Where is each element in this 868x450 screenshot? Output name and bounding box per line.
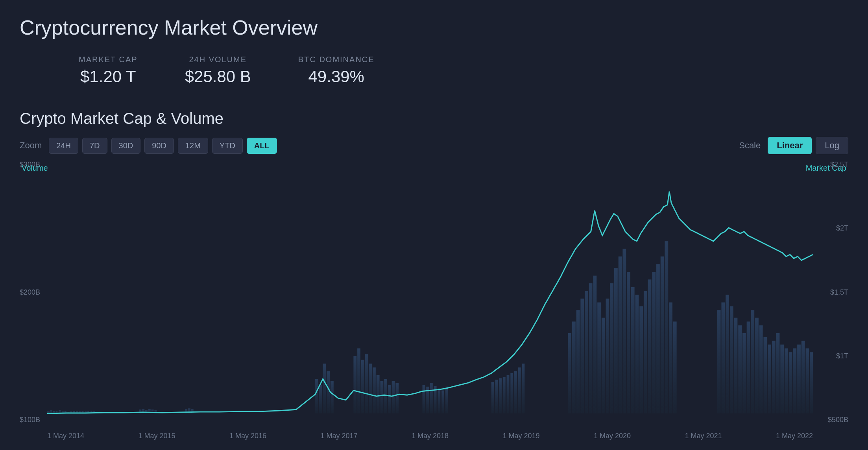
svg-rect-29 bbox=[327, 371, 330, 413]
svg-rect-80 bbox=[656, 264, 660, 413]
svg-rect-86 bbox=[721, 302, 725, 413]
svg-rect-43 bbox=[423, 385, 425, 413]
svg-rect-89 bbox=[734, 318, 738, 413]
svg-rect-30 bbox=[331, 381, 334, 413]
svg-rect-40 bbox=[388, 385, 391, 413]
svg-rect-87 bbox=[726, 295, 729, 413]
svg-rect-102 bbox=[789, 352, 792, 413]
market-cap-value: $1.20 T bbox=[80, 67, 136, 86]
stat-btc-dominance: BTC DOMINANCE 49.39% bbox=[298, 55, 375, 86]
scale-controls: Scale Linear Log bbox=[739, 137, 848, 154]
svg-rect-57 bbox=[518, 367, 521, 413]
x-label-2020: 1 May 2020 bbox=[594, 432, 631, 440]
svg-rect-53 bbox=[503, 377, 506, 413]
svg-rect-67 bbox=[602, 318, 605, 413]
svg-rect-63 bbox=[585, 291, 588, 413]
zoom-controls: Zoom 24H 7D 30D 90D 12M YTD ALL bbox=[20, 138, 277, 154]
svg-rect-107 bbox=[810, 352, 813, 413]
y-right-2: $2T bbox=[836, 224, 848, 232]
svg-rect-88 bbox=[730, 306, 733, 413]
x-label-2016: 1 May 2016 bbox=[229, 432, 266, 440]
zoom-all[interactable]: ALL bbox=[247, 138, 277, 154]
svg-rect-98 bbox=[772, 341, 776, 413]
svg-rect-41 bbox=[392, 381, 395, 413]
svg-rect-36 bbox=[373, 367, 376, 413]
svg-rect-64 bbox=[589, 283, 593, 413]
btc-dominance-label: BTC DOMINANCE bbox=[298, 55, 375, 64]
svg-rect-33 bbox=[361, 360, 364, 413]
svg-rect-79 bbox=[652, 272, 656, 413]
zoom-90d[interactable]: 90D bbox=[144, 138, 174, 154]
svg-rect-59 bbox=[568, 333, 571, 413]
svg-rect-72 bbox=[622, 249, 626, 413]
stat-market-cap: MARKET CAP $1.20 T bbox=[79, 55, 138, 86]
svg-rect-52 bbox=[499, 378, 502, 413]
svg-rect-56 bbox=[514, 371, 517, 413]
svg-rect-61 bbox=[576, 310, 580, 413]
svg-rect-28 bbox=[323, 363, 326, 413]
scale-linear[interactable]: Linear bbox=[768, 137, 812, 154]
volume-value: $25.80 B bbox=[185, 67, 251, 86]
x-label-2017: 1 May 2017 bbox=[320, 432, 357, 440]
svg-rect-90 bbox=[738, 325, 742, 413]
svg-rect-69 bbox=[610, 283, 613, 413]
svg-rect-51 bbox=[495, 380, 498, 413]
svg-rect-62 bbox=[580, 299, 584, 413]
stats-row: MARKET CAP $1.20 T 24H VOLUME $25.80 B B… bbox=[20, 55, 848, 86]
svg-rect-96 bbox=[763, 337, 767, 413]
svg-rect-77 bbox=[644, 291, 647, 413]
svg-rect-92 bbox=[747, 321, 750, 413]
svg-rect-83 bbox=[669, 302, 672, 413]
svg-rect-38 bbox=[380, 381, 384, 413]
svg-rect-60 bbox=[572, 321, 576, 413]
svg-rect-54 bbox=[507, 375, 510, 413]
y-right-3: $1.5T bbox=[830, 288, 848, 297]
svg-rect-48 bbox=[441, 391, 444, 413]
svg-rect-99 bbox=[776, 333, 780, 413]
chart-svg bbox=[47, 172, 813, 417]
x-label-2021: 1 May 2021 bbox=[685, 432, 722, 440]
svg-rect-100 bbox=[780, 345, 784, 413]
chart-label-volume: Volume bbox=[22, 164, 48, 173]
x-label-2019: 1 May 2019 bbox=[502, 432, 539, 440]
chart-container: $300B $200B $100B Volume Market Cap $2.5… bbox=[20, 160, 848, 444]
svg-rect-106 bbox=[806, 349, 809, 413]
svg-rect-37 bbox=[377, 375, 380, 413]
stat-volume: 24H VOLUME $25.80 B bbox=[185, 55, 251, 86]
svg-rect-25 bbox=[191, 409, 194, 413]
svg-rect-95 bbox=[759, 325, 763, 413]
scale-label: Scale bbox=[739, 140, 761, 151]
svg-rect-45 bbox=[430, 383, 433, 413]
svg-rect-78 bbox=[648, 279, 652, 413]
svg-rect-82 bbox=[665, 241, 668, 413]
y-right-4: $1T bbox=[836, 352, 848, 360]
x-label-2014: 1 May 2014 bbox=[47, 432, 84, 440]
svg-rect-81 bbox=[661, 256, 664, 413]
market-cap-line bbox=[47, 192, 813, 413]
svg-rect-74 bbox=[631, 287, 635, 413]
scale-log[interactable]: Log bbox=[816, 137, 848, 154]
svg-rect-104 bbox=[797, 345, 801, 413]
svg-rect-76 bbox=[639, 306, 643, 413]
svg-rect-34 bbox=[365, 354, 368, 413]
svg-rect-39 bbox=[384, 379, 387, 413]
svg-rect-93 bbox=[751, 310, 754, 413]
svg-rect-97 bbox=[768, 345, 771, 413]
zoom-12m[interactable]: 12M bbox=[178, 138, 208, 154]
y-right-5: $500B bbox=[828, 416, 848, 424]
y-left-mid: $200B bbox=[20, 288, 51, 297]
zoom-24h[interactable]: 24H bbox=[49, 138, 78, 154]
svg-rect-73 bbox=[627, 272, 630, 413]
x-label-2018: 1 May 2018 bbox=[412, 432, 449, 440]
btc-dominance-value: 49.39% bbox=[308, 67, 364, 86]
zoom-ytd[interactable]: YTD bbox=[212, 138, 243, 154]
x-label-2022: 1 May 2022 bbox=[776, 432, 813, 440]
svg-rect-75 bbox=[635, 295, 639, 413]
svg-rect-35 bbox=[369, 363, 372, 413]
zoom-7d[interactable]: 7D bbox=[82, 138, 107, 154]
svg-rect-23 bbox=[185, 409, 187, 413]
zoom-30d[interactable]: 30D bbox=[111, 138, 141, 154]
svg-rect-70 bbox=[614, 268, 618, 413]
svg-rect-105 bbox=[802, 341, 805, 413]
zoom-label: Zoom bbox=[20, 140, 42, 151]
